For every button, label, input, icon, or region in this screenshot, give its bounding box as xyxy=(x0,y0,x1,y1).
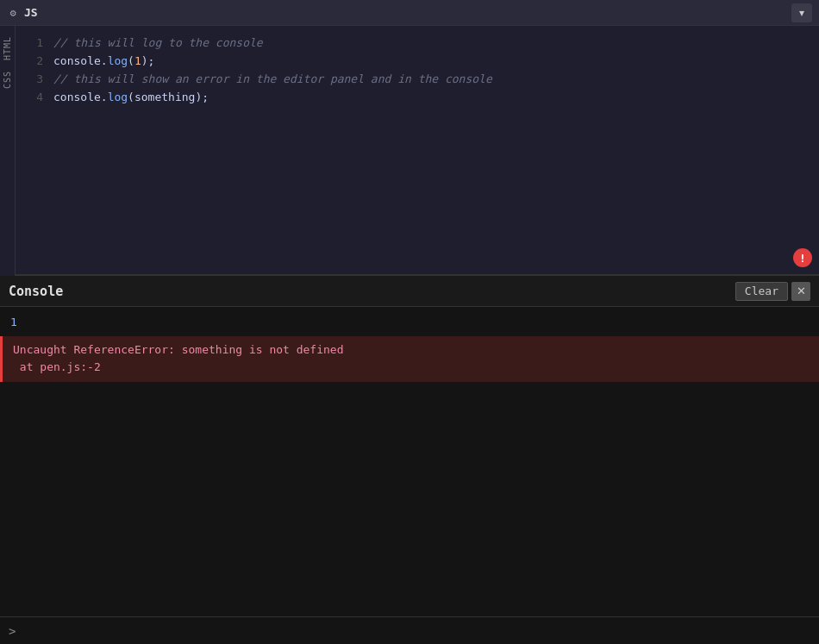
active-tab-label: JS xyxy=(24,6,38,19)
code-token: console. xyxy=(53,53,108,71)
editor-dropdown-button[interactable]: ▾ xyxy=(791,3,812,22)
vertical-tabs: HTML CSS xyxy=(0,26,16,276)
console-log-entry: 1 xyxy=(0,312,819,333)
console-header: Console Clear ✕ xyxy=(0,276,819,307)
console-panel: Console Clear ✕ 1 Uncaught ReferenceErro… xyxy=(0,276,819,644)
error-badge: ! xyxy=(793,248,812,267)
code-token: // this will show an error in the editor… xyxy=(53,71,492,89)
code-editor[interactable]: // this will log to the console console.… xyxy=(50,26,819,274)
line-number-1: 1 xyxy=(36,34,43,53)
line-number-2: 2 xyxy=(36,53,43,71)
line-numbers: 1 2 3 4 xyxy=(16,26,50,274)
code-token: ); xyxy=(141,53,155,71)
code-token: log xyxy=(108,89,128,107)
code-line-3: // this will show an error in the editor… xyxy=(53,71,810,89)
code-token: (something); xyxy=(128,89,209,107)
code-token: // this will log to the console xyxy=(53,34,263,53)
code-token: log xyxy=(108,53,128,71)
code-token: ( xyxy=(128,53,134,71)
console-title: Console xyxy=(9,284,63,299)
editor-header-left: ⚙ JS xyxy=(7,6,38,19)
console-input-row: > xyxy=(0,616,819,644)
code-line-2: console.log(1); xyxy=(53,53,810,71)
editor-header: ⚙ JS ▾ xyxy=(0,0,819,26)
console-error-line-1: Uncaught ReferenceError: something is no… xyxy=(13,341,809,360)
close-console-button[interactable]: ✕ xyxy=(791,282,810,301)
code-token: 1 xyxy=(134,53,141,71)
code-line-4: console.log(something); xyxy=(53,89,810,107)
console-error-entry: Uncaught ReferenceError: something is no… xyxy=(0,336,819,383)
sidebar-item-html[interactable]: HTML xyxy=(1,33,14,64)
editor-body: 1 2 3 4 // this will log to the console … xyxy=(0,26,819,274)
line-number-3: 3 xyxy=(36,71,43,89)
console-error-line-2: at pen.js:-2 xyxy=(13,359,809,377)
sidebar-item-css[interactable]: CSS xyxy=(1,67,14,92)
console-output: 1 Uncaught ReferenceError: something is … xyxy=(0,307,819,616)
console-prompt: > xyxy=(9,624,16,638)
line-number-4: 4 xyxy=(36,89,43,107)
gear-icon: ⚙ xyxy=(7,7,19,19)
console-input[interactable] xyxy=(21,624,810,637)
clear-button[interactable]: Clear xyxy=(735,282,788,301)
code-token: console. xyxy=(53,89,108,107)
code-line-1: // this will log to the console xyxy=(53,34,810,53)
editor-panel: HTML CSS ⚙ JS ▾ 1 2 3 4 // this will log… xyxy=(0,0,819,276)
console-header-buttons: Clear ✕ xyxy=(735,282,810,301)
